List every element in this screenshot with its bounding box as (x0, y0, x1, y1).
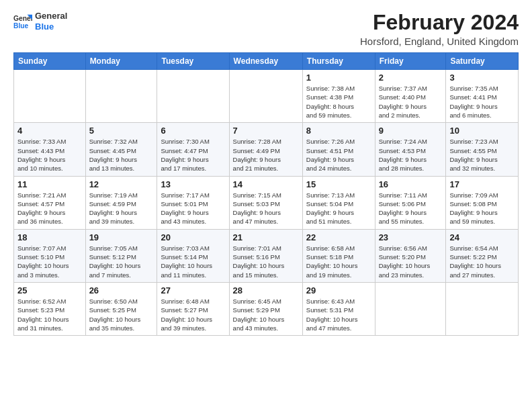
calendar-cell: 12Sunrise: 7:19 AM Sunset: 4:59 PM Dayli… (85, 176, 157, 229)
day-info: Sunrise: 7:11 AM Sunset: 5:06 PM Dayligh… (379, 191, 443, 226)
calendar-header-cell: Sunday (14, 53, 86, 70)
svg-text:Blue: Blue (13, 22, 29, 30)
calendar-header-row: SundayMondayTuesdayWednesdayThursdayFrid… (14, 53, 519, 70)
calendar-cell (14, 70, 86, 123)
day-info: Sunrise: 7:23 AM Sunset: 4:55 PM Dayligh… (449, 137, 515, 173)
day-info: Sunrise: 6:56 AM Sunset: 5:20 PM Dayligh… (379, 244, 443, 279)
calendar-body: 1Sunrise: 7:38 AM Sunset: 4:38 PM Daylig… (14, 70, 519, 336)
page: General Blue General Blue February 2024 … (0, 0, 532, 342)
calendar-cell: 11Sunrise: 7:21 AM Sunset: 4:57 PM Dayli… (14, 176, 86, 229)
day-info: Sunrise: 6:48 AM Sunset: 5:27 PM Dayligh… (161, 297, 225, 332)
day-info: Sunrise: 7:38 AM Sunset: 4:38 PM Dayligh… (306, 84, 371, 120)
calendar-cell: 5Sunrise: 7:32 AM Sunset: 4:45 PM Daylig… (85, 123, 157, 176)
calendar-cell: 28Sunrise: 6:45 AM Sunset: 5:29 PM Dayli… (229, 282, 302, 335)
day-number: 14 (233, 179, 299, 189)
calendar-week-row: 25Sunrise: 6:52 AM Sunset: 5:23 PM Dayli… (14, 282, 519, 335)
day-number: 24 (449, 232, 515, 242)
calendar-cell: 18Sunrise: 7:07 AM Sunset: 5:10 PM Dayli… (14, 229, 86, 282)
day-info: Sunrise: 7:19 AM Sunset: 4:59 PM Dayligh… (89, 191, 154, 226)
day-info: Sunrise: 7:01 AM Sunset: 5:16 PM Dayligh… (233, 244, 299, 279)
calendar-cell (229, 70, 302, 123)
day-number: 17 (449, 179, 515, 189)
calendar-cell: 27Sunrise: 6:48 AM Sunset: 5:27 PM Dayli… (157, 282, 229, 335)
day-info: Sunrise: 7:24 AM Sunset: 4:53 PM Dayligh… (379, 137, 443, 173)
day-number: 10 (449, 126, 515, 136)
calendar-week-row: 4Sunrise: 7:33 AM Sunset: 4:43 PM Daylig… (14, 123, 519, 176)
calendar-cell: 21Sunrise: 7:01 AM Sunset: 5:16 PM Dayli… (229, 229, 302, 282)
day-info: Sunrise: 6:43 AM Sunset: 5:31 PM Dayligh… (306, 297, 371, 332)
day-number: 2 (379, 73, 443, 83)
day-number: 27 (161, 285, 225, 295)
calendar-table: SundayMondayTuesdayWednesdayThursdayFrid… (13, 52, 519, 336)
calendar-cell: 6Sunrise: 7:30 AM Sunset: 4:47 PM Daylig… (157, 123, 229, 176)
calendar-cell: 20Sunrise: 7:03 AM Sunset: 5:14 PM Dayli… (157, 229, 229, 282)
day-number: 7 (233, 126, 299, 136)
day-info: Sunrise: 6:58 AM Sunset: 5:18 PM Dayligh… (306, 244, 371, 279)
logo: General Blue General Blue (13, 11, 67, 32)
calendar-cell (446, 282, 519, 335)
month-title: February 2024 (360, 11, 519, 34)
calendar-cell: 10Sunrise: 7:23 AM Sunset: 4:55 PM Dayli… (446, 123, 519, 176)
day-number: 20 (161, 232, 225, 242)
calendar-cell: 22Sunrise: 6:58 AM Sunset: 5:18 PM Dayli… (302, 229, 375, 282)
calendar-cell: 24Sunrise: 6:54 AM Sunset: 5:22 PM Dayli… (446, 229, 519, 282)
day-number: 3 (449, 73, 515, 83)
day-number: 28 (233, 285, 299, 295)
calendar-cell: 1Sunrise: 7:38 AM Sunset: 4:38 PM Daylig… (302, 70, 375, 123)
calendar-cell: 7Sunrise: 7:28 AM Sunset: 4:49 PM Daylig… (229, 123, 302, 176)
calendar-week-row: 18Sunrise: 7:07 AM Sunset: 5:10 PM Dayli… (14, 229, 519, 282)
calendar-header-cell: Friday (375, 53, 446, 70)
day-info: Sunrise: 6:45 AM Sunset: 5:29 PM Dayligh… (233, 297, 299, 332)
day-info: Sunrise: 7:21 AM Sunset: 4:57 PM Dayligh… (17, 191, 82, 226)
calendar-week-row: 11Sunrise: 7:21 AM Sunset: 4:57 PM Dayli… (14, 176, 519, 229)
day-info: Sunrise: 7:15 AM Sunset: 5:03 PM Dayligh… (233, 191, 299, 226)
calendar-header-cell: Tuesday (157, 53, 229, 70)
logo-icon: General Blue (13, 12, 32, 31)
day-number: 13 (161, 179, 225, 189)
calendar-cell: 16Sunrise: 7:11 AM Sunset: 5:06 PM Dayli… (375, 176, 446, 229)
day-info: Sunrise: 7:17 AM Sunset: 5:01 PM Dayligh… (161, 191, 225, 226)
calendar-header-cell: Wednesday (229, 53, 302, 70)
day-info: Sunrise: 7:26 AM Sunset: 4:51 PM Dayligh… (306, 137, 371, 173)
day-number: 6 (161, 126, 225, 136)
day-number: 21 (233, 232, 299, 242)
calendar-cell: 29Sunrise: 6:43 AM Sunset: 5:31 PM Dayli… (302, 282, 375, 335)
title-block: February 2024 Horsford, England, United … (360, 11, 519, 47)
location: Horsford, England, United Kingdom (360, 36, 519, 47)
calendar-week-row: 1Sunrise: 7:38 AM Sunset: 4:38 PM Daylig… (14, 70, 519, 123)
calendar-header-cell: Monday (85, 53, 157, 70)
day-info: Sunrise: 7:30 AM Sunset: 4:47 PM Dayligh… (161, 137, 225, 173)
day-info: Sunrise: 7:13 AM Sunset: 5:04 PM Dayligh… (306, 191, 371, 226)
day-number: 8 (306, 126, 371, 136)
day-info: Sunrise: 6:50 AM Sunset: 5:25 PM Dayligh… (89, 297, 154, 332)
day-number: 18 (17, 232, 82, 242)
calendar-cell: 26Sunrise: 6:50 AM Sunset: 5:25 PM Dayli… (85, 282, 157, 335)
calendar-cell: 8Sunrise: 7:26 AM Sunset: 4:51 PM Daylig… (302, 123, 375, 176)
day-info: Sunrise: 7:32 AM Sunset: 4:45 PM Dayligh… (89, 137, 154, 173)
day-info: Sunrise: 7:09 AM Sunset: 5:08 PM Dayligh… (449, 191, 515, 226)
day-number: 23 (379, 232, 443, 242)
calendar-cell: 3Sunrise: 7:35 AM Sunset: 4:41 PM Daylig… (446, 70, 519, 123)
calendar-cell: 14Sunrise: 7:15 AM Sunset: 5:03 PM Dayli… (229, 176, 302, 229)
logo-blue-text: Blue (35, 21, 67, 32)
day-info: Sunrise: 7:28 AM Sunset: 4:49 PM Dayligh… (233, 137, 299, 173)
day-number: 15 (306, 179, 371, 189)
calendar-header-cell: Saturday (446, 53, 519, 70)
calendar-cell: 15Sunrise: 7:13 AM Sunset: 5:04 PM Dayli… (302, 176, 375, 229)
day-info: Sunrise: 7:33 AM Sunset: 4:43 PM Dayligh… (17, 137, 82, 173)
day-number: 22 (306, 232, 371, 242)
calendar-cell: 19Sunrise: 7:05 AM Sunset: 5:12 PM Dayli… (85, 229, 157, 282)
day-info: Sunrise: 6:54 AM Sunset: 5:22 PM Dayligh… (449, 244, 515, 279)
day-number: 26 (89, 285, 154, 295)
calendar-header-cell: Thursday (302, 53, 375, 70)
day-number: 29 (306, 285, 371, 295)
day-info: Sunrise: 7:37 AM Sunset: 4:40 PM Dayligh… (379, 84, 443, 120)
calendar-cell: 17Sunrise: 7:09 AM Sunset: 5:08 PM Dayli… (446, 176, 519, 229)
day-info: Sunrise: 7:05 AM Sunset: 5:12 PM Dayligh… (89, 244, 154, 279)
day-number: 19 (89, 232, 154, 242)
header: General Blue General Blue February 2024 … (13, 11, 519, 47)
day-number: 16 (379, 179, 443, 189)
day-number: 1 (306, 73, 371, 83)
day-number: 9 (379, 126, 443, 136)
calendar-cell: 23Sunrise: 6:56 AM Sunset: 5:20 PM Dayli… (375, 229, 446, 282)
